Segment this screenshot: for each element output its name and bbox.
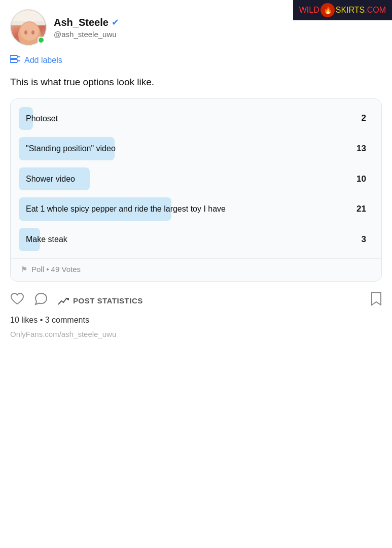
poll-option-label: Make steak <box>26 234 67 245</box>
user-handle[interactable]: @ash_steele_uwu <box>54 30 119 39</box>
poll-option-count: 2 <box>362 113 366 123</box>
poll-option-label: Eat 1 whole spicy pepper and ride the la… <box>26 203 226 215</box>
poll-option-count: 13 <box>357 144 366 154</box>
verified-icon: ✔ <box>112 17 119 28</box>
website-text: OnlyFans.com/ash_steele_uwu <box>10 330 116 338</box>
online-indicator <box>38 37 45 44</box>
website-link[interactable]: OnlyFans.com/ash_steele_uwu <box>0 329 392 347</box>
poll-footer: ⚑ Poll • 49 Votes <box>11 258 381 281</box>
actions-bar: POST STATISTICS <box>0 282 392 314</box>
poll-option[interactable]: Eat 1 whole spicy pepper and ride the la… <box>19 197 373 221</box>
poll-flag-icon: ⚑ <box>21 265 27 274</box>
svg-text:🔥: 🔥 <box>323 6 332 15</box>
svg-rect-6 <box>10 55 17 58</box>
svg-point-3 <box>20 22 39 41</box>
comment-icon[interactable] <box>34 292 48 309</box>
add-labels-text: Add labels <box>24 56 62 65</box>
avatar[interactable] <box>10 9 47 46</box>
likes-comments-text: 10 likes • 3 comments <box>10 316 89 324</box>
post-statistics-label: POST STATISTICS <box>73 296 143 305</box>
poll-option-label: "Standing position" video <box>26 143 116 154</box>
post-text: This is what true options look like. <box>0 73 392 98</box>
label-icon <box>10 55 20 65</box>
poll-option[interactable]: Photoset2 <box>19 107 373 130</box>
banner-skirts-text: SKIRTS <box>336 6 365 15</box>
post-statistics-button[interactable]: POST STATISTICS <box>58 296 143 305</box>
like-icon[interactable] <box>10 292 24 309</box>
username[interactable]: Ash_Steele <box>54 17 109 28</box>
poll-card: Photoset2"Standing position" video13Show… <box>10 98 382 282</box>
poll-option-count: 10 <box>357 174 366 184</box>
poll-option[interactable]: "Standing position" video13 <box>19 137 373 160</box>
poll-option-label: Shower video <box>26 174 75 185</box>
svg-point-4 <box>24 30 27 35</box>
poll-footer-text: Poll • 49 Votes <box>31 265 81 273</box>
poll-option[interactable]: Make steak3 <box>19 228 373 251</box>
svg-rect-7 <box>10 59 17 62</box>
likes-comments: 10 likes • 3 comments <box>0 314 392 329</box>
add-labels-button[interactable]: Add labels <box>0 51 392 73</box>
bookmark-icon[interactable] <box>371 292 382 310</box>
svg-point-5 <box>31 30 34 35</box>
poll-option-count: 21 <box>357 204 366 214</box>
poll-option-count: 3 <box>362 234 366 245</box>
poll-option[interactable]: Shower video10 <box>19 167 373 191</box>
poll-option-label: Photoset <box>26 113 58 124</box>
top-banner: WILD 🔥 SKIRTS .COM <box>293 0 392 20</box>
banner-wild-text: WILD <box>299 6 319 15</box>
banner-com-text: .COM <box>365 6 386 15</box>
user-info: Ash_Steele ✔ @ash_steele_uwu <box>54 17 119 39</box>
